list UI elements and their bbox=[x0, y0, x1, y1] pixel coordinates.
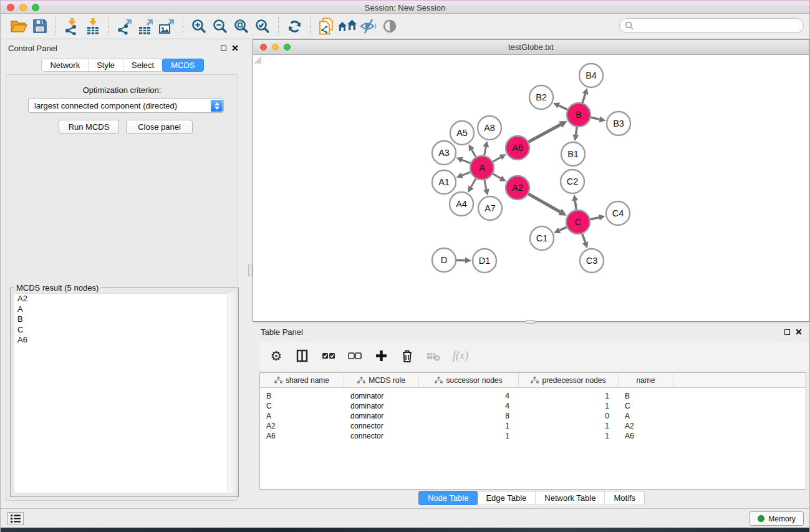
table-divider-handle[interactable] bbox=[526, 320, 535, 324]
column-header-predecessor-nodes[interactable]: predecessor nodes bbox=[519, 373, 619, 387]
search-input[interactable] bbox=[619, 18, 804, 33]
tab-style[interactable]: Style bbox=[89, 59, 123, 71]
column-header-successor-nodes[interactable]: successor nodes bbox=[419, 373, 519, 387]
criterion-dropdown[interactable]: largest connected component (directed) bbox=[28, 99, 224, 113]
graph-edge-A6-B[interactable] bbox=[529, 125, 561, 142]
tab-motifs[interactable]: Motifs bbox=[605, 491, 644, 505]
table-cell[interactable]: dominator bbox=[344, 392, 419, 400]
table-cell[interactable]: B bbox=[619, 392, 673, 400]
tab-select[interactable]: Select bbox=[123, 59, 163, 71]
table-cell[interactable]: 4 bbox=[419, 402, 519, 410]
table-cell[interactable]: C bbox=[619, 402, 673, 410]
save-session-icon[interactable] bbox=[29, 16, 51, 37]
table-cell[interactable]: dominator bbox=[344, 402, 419, 410]
mcds-result-item[interactable]: A2 bbox=[14, 294, 234, 304]
table-cell[interactable]: C bbox=[260, 402, 344, 410]
create-new-column-icon[interactable] bbox=[374, 349, 388, 364]
table-cell[interactable]: 8 bbox=[419, 412, 519, 420]
tab-edge-table[interactable]: Edge Table bbox=[477, 491, 536, 505]
mcds-result-item[interactable]: A bbox=[14, 304, 234, 315]
table-cell[interactable]: connector bbox=[344, 422, 419, 430]
table-cell[interactable]: A2 bbox=[260, 422, 344, 430]
resize-grip-icon[interactable] bbox=[253, 56, 261, 64]
graph-edge-B-B4[interactable] bbox=[582, 94, 586, 103]
table-cell[interactable]: 1 bbox=[519, 402, 619, 410]
table-cell[interactable]: A6 bbox=[260, 432, 344, 440]
float-panel-icon[interactable] bbox=[221, 46, 226, 51]
tab-network[interactable]: Network bbox=[42, 59, 89, 71]
zoom-fit-icon[interactable] bbox=[231, 16, 252, 37]
toggle-column-view-icon[interactable] bbox=[296, 349, 309, 364]
open-session-icon[interactable] bbox=[8, 16, 29, 37]
tab-mcds[interactable]: MCDS bbox=[162, 59, 203, 72]
show-graphics-details-icon[interactable] bbox=[379, 16, 400, 37]
table-cell[interactable]: dominator bbox=[344, 412, 419, 420]
import-table-icon[interactable] bbox=[82, 16, 104, 37]
show-all-columns-icon[interactable] bbox=[322, 349, 335, 364]
graph-edge-B-B1[interactable] bbox=[576, 127, 577, 135]
graph-edge-A-A6[interactable] bbox=[493, 157, 501, 162]
mcds-result-item[interactable]: B bbox=[14, 314, 234, 325]
export-network-icon[interactable] bbox=[114, 16, 135, 37]
memory-button[interactable]: Memory bbox=[750, 511, 804, 526]
zoom-in-icon[interactable] bbox=[188, 16, 210, 37]
graph-edge-A-A8[interactable] bbox=[485, 147, 486, 155]
network-from-selection-icon[interactable] bbox=[316, 16, 337, 37]
table-cell[interactable]: A bbox=[260, 412, 344, 420]
first-neighbors-icon[interactable] bbox=[337, 16, 358, 37]
float-table-panel-icon[interactable] bbox=[784, 329, 790, 335]
table-cell[interactable]: 4 bbox=[419, 392, 519, 400]
graph-edge-C-C2[interactable] bbox=[575, 201, 576, 210]
table-cell[interactable]: 1 bbox=[519, 432, 619, 440]
tab-network-table[interactable]: Network Table bbox=[536, 491, 605, 505]
panel-divider-handle[interactable] bbox=[248, 264, 253, 276]
table-cell[interactable]: 1 bbox=[519, 392, 619, 400]
export-table-icon[interactable] bbox=[135, 16, 157, 37]
mcds-result-item[interactable]: C bbox=[14, 325, 234, 336]
graph-edge-A-A3[interactable] bbox=[462, 160, 471, 163]
network-canvas[interactable]: B4B2BB3A8A5A6A3B1AA1C2A2A4A7C4CC1DD1C3 bbox=[253, 56, 809, 321]
column-header-name[interactable]: name bbox=[619, 373, 673, 387]
hide-graphics-details-icon[interactable] bbox=[358, 16, 379, 37]
table-row[interactable]: A6connector11A6 bbox=[260, 431, 806, 441]
graph-edge-A-A7[interactable] bbox=[485, 180, 486, 190]
table-cell[interactable]: 1 bbox=[519, 422, 619, 430]
graph-edge-A2-C[interactable] bbox=[528, 194, 560, 212]
graph-edge-B-B2[interactable] bbox=[559, 105, 567, 109]
table-row[interactable]: Cdominator41C bbox=[260, 401, 806, 411]
run-mcds-button[interactable]: Run MCDS bbox=[59, 120, 119, 134]
close-panel-icon[interactable] bbox=[232, 45, 238, 51]
graph-edge-C-C4[interactable] bbox=[591, 218, 599, 220]
table-cell[interactable]: 0 bbox=[519, 412, 619, 420]
export-image-icon[interactable] bbox=[157, 16, 178, 37]
hide-all-columns-icon[interactable] bbox=[348, 349, 362, 364]
close-panel-button[interactable]: Close panel bbox=[126, 120, 193, 134]
tab-node-table[interactable]: Node Table bbox=[418, 491, 478, 505]
table-cell[interactable]: 1 bbox=[419, 432, 519, 440]
column-header-shared-name[interactable]: shared name bbox=[260, 373, 344, 387]
table-cell[interactable]: connector bbox=[344, 432, 419, 440]
graph-edge-C-C1[interactable] bbox=[559, 227, 566, 230]
table-cell[interactable]: B bbox=[260, 392, 344, 400]
table-cell[interactable]: A2 bbox=[619, 422, 673, 430]
table-cell[interactable]: A bbox=[619, 412, 673, 420]
table-cell[interactable]: 1 bbox=[419, 422, 519, 430]
mcds-list-scrollbar[interactable] bbox=[227, 293, 235, 493]
zoom-selected-icon[interactable] bbox=[252, 16, 273, 37]
graph-edge-A-A2[interactable] bbox=[493, 174, 501, 178]
table-row[interactable]: Adominator80A bbox=[260, 411, 806, 421]
graph-edge-B-B3[interactable] bbox=[591, 117, 600, 119]
apply-layout-icon[interactable] bbox=[284, 16, 305, 37]
table-row[interactable]: Bdominator41B bbox=[260, 391, 806, 401]
delete-columns-icon[interactable] bbox=[400, 349, 414, 364]
zoom-out-icon[interactable] bbox=[210, 16, 231, 37]
graph-edge-C-C3[interactable] bbox=[582, 234, 586, 243]
import-network-icon[interactable] bbox=[61, 16, 82, 37]
table-settings-icon[interactable]: ⚙ bbox=[269, 349, 283, 364]
graph-edge-A-A5[interactable] bbox=[471, 150, 476, 157]
mcds-result-item[interactable]: A6 bbox=[14, 335, 234, 346]
graph-edge-A-A4[interactable] bbox=[471, 178, 476, 187]
table-cell[interactable]: A6 bbox=[619, 432, 673, 440]
table-row[interactable]: A2connector11A2 bbox=[260, 421, 806, 431]
column-header-mcds-role[interactable]: MCDS role bbox=[344, 373, 419, 387]
